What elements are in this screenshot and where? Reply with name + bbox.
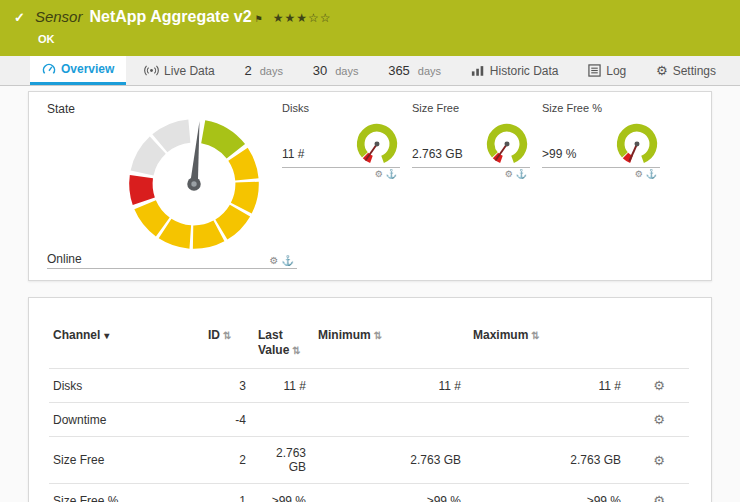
column-label: Last Value: [258, 328, 289, 357]
cell-id: 1: [204, 484, 254, 502]
chart-icon: [471, 64, 485, 77]
cell-minimum: [314, 403, 469, 437]
table-row-size-free-pct[interactable]: Size Free % 1 >99 % >99 % >99 % ⚙: [49, 484, 689, 502]
column-label: Channel: [53, 328, 100, 342]
cell-channel: Downtime: [49, 403, 204, 437]
mini-gauge-title: Size Free: [412, 102, 530, 114]
sort-icon: ⇅: [223, 330, 231, 341]
sort-icon: ⇅: [292, 345, 300, 356]
cell-last-value: 2.763 GB: [254, 437, 314, 484]
tab-365-days[interactable]: 365 days: [376, 56, 453, 85]
channel-settings-gear-icon[interactable]: ⚙: [653, 378, 665, 393]
tab-unit: days: [418, 65, 441, 77]
channels-panel: Channel▾ ID⇅ Last Value⇅ Minimum⇅ Maximu…: [28, 297, 712, 502]
cell-minimum: 2.763 GB: [314, 437, 469, 484]
tab-label: 365: [388, 63, 410, 78]
tab-label: Settings: [673, 64, 716, 78]
mini-gauge-disks: Disks 11 # ⚙⚓: [282, 102, 400, 179]
channel-gear-icon[interactable]: ⚙: [375, 169, 386, 179]
tab-label: Log: [606, 64, 626, 78]
channels-table: Channel▾ ID⇅ Last Value⇅ Minimum⇅ Maximu…: [49, 324, 689, 502]
tab-unit: days: [335, 65, 358, 77]
state-value: Online: [47, 252, 82, 266]
cell-last-value: [254, 403, 314, 437]
overview-panel: State Online ⚙⚓ Disks 11: [28, 91, 712, 281]
status-badge: OK: [38, 33, 726, 45]
cell-last-value: 11 #: [254, 369, 314, 403]
table-row-disks[interactable]: Disks 3 11 # 11 # 11 # ⚙: [49, 369, 689, 403]
mini-gauge-dial: [484, 121, 530, 167]
table-header-row: Channel▾ ID⇅ Last Value⇅ Minimum⇅ Maximu…: [49, 324, 689, 369]
column-label: Minimum: [318, 328, 371, 342]
mini-gauge-title: Size Free %: [542, 102, 660, 114]
sensor-header: ✓ Sensor NetApp Aggregate v2 ⚑ ★★★☆☆ OK: [0, 0, 740, 56]
channel-settings-gear-icon[interactable]: ⚙: [653, 453, 665, 468]
tab-live-data[interactable]: Live Data: [132, 56, 227, 85]
tab-overview[interactable]: Overview: [30, 56, 126, 85]
cell-channel: Disks: [49, 369, 204, 403]
column-label: ID: [208, 328, 220, 342]
flag-icon: ⚑: [255, 14, 263, 24]
cell-id: 2: [204, 437, 254, 484]
column-header-minimum[interactable]: Minimum⇅: [314, 324, 469, 369]
primary-channel-anchor-icon[interactable]: ⚓: [646, 169, 660, 179]
tab-label: Historic Data: [490, 64, 559, 78]
tab-unit: days: [260, 65, 283, 77]
cell-maximum: 2.763 GB: [469, 437, 629, 484]
mini-gauge-dial: [614, 121, 660, 167]
mini-gauge-dial: [354, 121, 400, 167]
tab-label: 2: [245, 63, 252, 78]
mini-gauge-value: 11 #: [282, 147, 304, 161]
mini-gauges: Disks 11 # ⚙⚓ Size Free 2.763 GB: [282, 102, 660, 179]
gauge-icon: [42, 62, 56, 76]
priority-stars[interactable]: ★★★☆☆: [273, 11, 332, 25]
tab-historic-data[interactable]: Historic Data: [459, 56, 571, 85]
column-header-settings: [629, 324, 689, 369]
cell-maximum: >99 %: [469, 484, 629, 502]
cell-id: 3: [204, 369, 254, 403]
log-list-icon: [588, 64, 601, 77]
status-check-icon: ✓: [14, 10, 25, 25]
column-header-channel[interactable]: Channel▾: [49, 324, 204, 369]
table-row-downtime[interactable]: Downtime -4 ⚙: [49, 403, 689, 437]
column-label: Maximum: [473, 328, 528, 342]
mini-gauge-title: Disks: [282, 102, 400, 114]
mini-gauge-value: >99 %: [542, 147, 576, 161]
cell-last-value: >99 %: [254, 484, 314, 502]
tab-2-days[interactable]: 2 days: [233, 56, 295, 85]
object-kind-label: Sensor: [35, 8, 83, 25]
primary-channel-anchor-icon[interactable]: ⚓: [386, 169, 400, 179]
column-header-last-value[interactable]: Last Value⇅: [254, 324, 314, 369]
cell-maximum: 11 #: [469, 369, 629, 403]
primary-channel-anchor-icon[interactable]: ⚓: [282, 255, 297, 266]
live-signal-icon: [144, 64, 159, 77]
primary-channel-anchor-icon[interactable]: ⚓: [516, 169, 530, 179]
tab-log[interactable]: Log: [576, 56, 638, 85]
cell-id: -4: [204, 403, 254, 437]
sort-caret-icon: ▾: [104, 330, 109, 341]
mini-gauge-value: 2.763 GB: [412, 147, 463, 161]
column-header-maximum[interactable]: Maximum⇅: [469, 324, 629, 369]
state-gauge-title: State: [47, 102, 75, 116]
channel-settings-gear-icon[interactable]: ⚙: [653, 412, 665, 427]
table-row-size-free[interactable]: Size Free 2 2.763 GB 2.763 GB 2.763 GB ⚙: [49, 437, 689, 484]
channel-settings-gear-icon[interactable]: ⚙: [653, 493, 665, 502]
tab-label: Overview: [61, 62, 114, 76]
gear-icon: ⚙: [656, 64, 668, 77]
state-gauge: [104, 94, 284, 274]
sort-icon: ⇅: [531, 330, 539, 341]
tab-settings[interactable]: ⚙ Settings: [644, 56, 728, 85]
cell-maximum: [469, 403, 629, 437]
cell-channel: Size Free %: [49, 484, 204, 502]
channel-gear-icon[interactable]: ⚙: [505, 169, 516, 179]
cell-minimum: 11 #: [314, 369, 469, 403]
column-header-id[interactable]: ID⇅: [204, 324, 254, 369]
page-title: NetApp Aggregate v2: [89, 8, 251, 26]
tab-label: 30: [313, 63, 327, 78]
channel-gear-icon[interactable]: ⚙: [635, 169, 646, 179]
cell-minimum: >99 %: [314, 484, 469, 502]
channel-gear-icon[interactable]: ⚙: [270, 255, 282, 266]
mini-gauge-size-free: Size Free 2.763 GB ⚙⚓: [412, 102, 530, 179]
sort-icon: ⇅: [374, 330, 382, 341]
tab-30-days[interactable]: 30 days: [301, 56, 371, 85]
